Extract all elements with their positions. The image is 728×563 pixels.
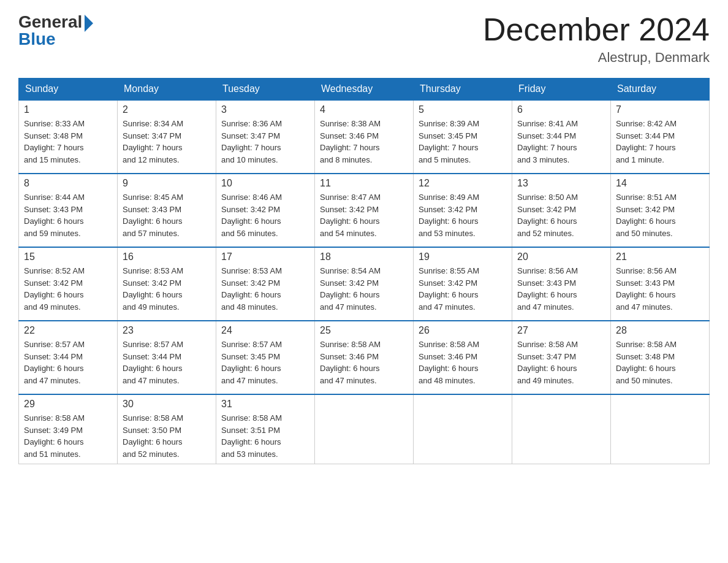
day-number: 29 — [24, 399, 112, 410]
day-cell — [611, 394, 710, 464]
day-info: Sunrise: 8:49 AMSunset: 3:42 PMDaylight:… — [419, 191, 507, 239]
calendar-body: 1Sunrise: 8:33 AMSunset: 3:48 PMDaylight… — [19, 100, 710, 464]
header-cell-monday: Monday — [118, 79, 216, 101]
day-cell: 14Sunrise: 8:51 AMSunset: 3:42 PMDayligh… — [611, 174, 710, 247]
day-cell: 26Sunrise: 8:58 AMSunset: 3:46 PMDayligh… — [414, 321, 512, 394]
month-title: December 2024 — [483, 12, 710, 47]
calendar-table: SundayMondayTuesdayWednesdayThursdayFrid… — [18, 78, 710, 464]
day-cell: 12Sunrise: 8:49 AMSunset: 3:42 PMDayligh… — [414, 174, 512, 247]
header-cell-wednesday: Wednesday — [315, 79, 414, 101]
day-info: Sunrise: 8:58 AMSunset: 3:50 PMDaylight:… — [123, 412, 211, 460]
day-cell: 24Sunrise: 8:57 AMSunset: 3:45 PMDayligh… — [216, 321, 315, 394]
day-number: 21 — [616, 251, 704, 262]
logo: General Blue — [18, 12, 93, 49]
day-number: 18 — [320, 251, 408, 262]
day-number: 27 — [517, 325, 605, 336]
day-cell — [315, 394, 414, 464]
day-info: Sunrise: 8:54 AMSunset: 3:42 PMDaylight:… — [320, 265, 408, 313]
header-cell-thursday: Thursday — [414, 79, 512, 101]
day-info: Sunrise: 8:57 AMSunset: 3:44 PMDaylight:… — [123, 339, 211, 386]
day-info: Sunrise: 8:57 AMSunset: 3:44 PMDaylight:… — [24, 339, 112, 386]
day-cell: 1Sunrise: 8:33 AMSunset: 3:48 PMDaylight… — [19, 100, 118, 174]
day-info: Sunrise: 8:39 AMSunset: 3:45 PMDaylight:… — [419, 118, 507, 166]
day-number: 15 — [24, 251, 112, 262]
week-row-3: 15Sunrise: 8:52 AMSunset: 3:42 PMDayligh… — [19, 247, 710, 321]
logo-blue-text: Blue — [18, 29, 56, 49]
day-cell: 3Sunrise: 8:36 AMSunset: 3:47 PMDaylight… — [216, 100, 315, 174]
day-number: 7 — [616, 104, 704, 115]
day-info: Sunrise: 8:58 AMSunset: 3:47 PMDaylight:… — [517, 339, 605, 386]
day-cell: 19Sunrise: 8:55 AMSunset: 3:42 PMDayligh… — [414, 247, 512, 321]
day-number: 12 — [419, 178, 507, 189]
day-cell: 18Sunrise: 8:54 AMSunset: 3:42 PMDayligh… — [315, 247, 414, 321]
day-number: 17 — [221, 251, 309, 262]
header-cell-saturday: Saturday — [611, 79, 710, 101]
day-number: 13 — [517, 178, 605, 189]
day-cell: 21Sunrise: 8:56 AMSunset: 3:43 PMDayligh… — [611, 247, 710, 321]
day-info: Sunrise: 8:38 AMSunset: 3:46 PMDaylight:… — [320, 118, 408, 166]
header-row: SundayMondayTuesdayWednesdayThursdayFrid… — [19, 79, 710, 101]
header-cell-tuesday: Tuesday — [216, 79, 315, 101]
day-cell: 5Sunrise: 8:39 AMSunset: 3:45 PMDaylight… — [414, 100, 512, 174]
day-info: Sunrise: 8:58 AMSunset: 3:46 PMDaylight:… — [419, 339, 507, 386]
day-number: 23 — [123, 325, 211, 336]
day-info: Sunrise: 8:56 AMSunset: 3:43 PMDaylight:… — [616, 265, 704, 313]
day-info: Sunrise: 8:58 AMSunset: 3:46 PMDaylight:… — [320, 339, 408, 386]
day-cell — [512, 394, 611, 464]
day-cell: 7Sunrise: 8:42 AMSunset: 3:44 PMDaylight… — [611, 100, 710, 174]
day-number: 3 — [221, 104, 309, 115]
day-cell: 27Sunrise: 8:58 AMSunset: 3:47 PMDayligh… — [512, 321, 611, 394]
day-info: Sunrise: 8:34 AMSunset: 3:47 PMDaylight:… — [123, 118, 211, 166]
day-number: 11 — [320, 178, 408, 189]
day-cell: 8Sunrise: 8:44 AMSunset: 3:43 PMDaylight… — [19, 174, 118, 247]
day-number: 22 — [24, 325, 112, 336]
day-cell: 17Sunrise: 8:53 AMSunset: 3:42 PMDayligh… — [216, 247, 315, 321]
day-cell: 31Sunrise: 8:58 AMSunset: 3:51 PMDayligh… — [216, 394, 315, 464]
day-cell: 2Sunrise: 8:34 AMSunset: 3:47 PMDaylight… — [118, 100, 216, 174]
day-number: 16 — [123, 251, 211, 262]
week-row-2: 8Sunrise: 8:44 AMSunset: 3:43 PMDaylight… — [19, 174, 710, 247]
day-cell: 20Sunrise: 8:56 AMSunset: 3:43 PMDayligh… — [512, 247, 611, 321]
day-number: 19 — [419, 251, 507, 262]
title-section: December 2024 Alestrup, Denmark — [483, 12, 710, 66]
day-info: Sunrise: 8:46 AMSunset: 3:42 PMDaylight:… — [221, 191, 309, 239]
day-cell: 10Sunrise: 8:46 AMSunset: 3:42 PMDayligh… — [216, 174, 315, 247]
day-cell: 11Sunrise: 8:47 AMSunset: 3:42 PMDayligh… — [315, 174, 414, 247]
day-cell: 30Sunrise: 8:58 AMSunset: 3:50 PMDayligh… — [118, 394, 216, 464]
header-cell-sunday: Sunday — [19, 79, 118, 101]
day-cell: 29Sunrise: 8:58 AMSunset: 3:49 PMDayligh… — [19, 394, 118, 464]
day-info: Sunrise: 8:41 AMSunset: 3:44 PMDaylight:… — [517, 118, 605, 166]
day-info: Sunrise: 8:58 AMSunset: 3:51 PMDaylight:… — [221, 412, 309, 460]
day-cell: 28Sunrise: 8:58 AMSunset: 3:48 PMDayligh… — [611, 321, 710, 394]
day-info: Sunrise: 8:36 AMSunset: 3:47 PMDaylight:… — [221, 118, 309, 166]
day-number: 4 — [320, 104, 408, 115]
day-number: 25 — [320, 325, 408, 336]
day-info: Sunrise: 8:52 AMSunset: 3:42 PMDaylight:… — [24, 265, 112, 313]
day-number: 8 — [24, 178, 112, 189]
day-number: 30 — [123, 399, 211, 410]
day-cell: 23Sunrise: 8:57 AMSunset: 3:44 PMDayligh… — [118, 321, 216, 394]
day-cell: 9Sunrise: 8:45 AMSunset: 3:43 PMDaylight… — [118, 174, 216, 247]
day-info: Sunrise: 8:42 AMSunset: 3:44 PMDaylight:… — [616, 118, 704, 166]
day-info: Sunrise: 8:55 AMSunset: 3:42 PMDaylight:… — [419, 265, 507, 313]
day-info: Sunrise: 8:53 AMSunset: 3:42 PMDaylight:… — [123, 265, 211, 313]
day-number: 9 — [123, 178, 211, 189]
calendar-header: SundayMondayTuesdayWednesdayThursdayFrid… — [19, 79, 710, 101]
day-number: 5 — [419, 104, 507, 115]
day-cell: 15Sunrise: 8:52 AMSunset: 3:42 PMDayligh… — [19, 247, 118, 321]
day-number: 2 — [123, 104, 211, 115]
day-number: 28 — [616, 325, 704, 336]
week-row-1: 1Sunrise: 8:33 AMSunset: 3:48 PMDaylight… — [19, 100, 710, 174]
day-number: 26 — [419, 325, 507, 336]
day-info: Sunrise: 8:53 AMSunset: 3:42 PMDaylight:… — [221, 265, 309, 313]
day-info: Sunrise: 8:57 AMSunset: 3:45 PMDaylight:… — [221, 339, 309, 386]
page-header: General Blue December 2024 Alestrup, Den… — [18, 12, 710, 66]
day-cell: 6Sunrise: 8:41 AMSunset: 3:44 PMDaylight… — [512, 100, 611, 174]
day-info: Sunrise: 8:58 AMSunset: 3:49 PMDaylight:… — [24, 412, 112, 460]
day-info: Sunrise: 8:50 AMSunset: 3:42 PMDaylight:… — [517, 191, 605, 239]
day-cell: 22Sunrise: 8:57 AMSunset: 3:44 PMDayligh… — [19, 321, 118, 394]
day-number: 31 — [221, 399, 309, 410]
week-row-5: 29Sunrise: 8:58 AMSunset: 3:49 PMDayligh… — [19, 394, 710, 464]
day-info: Sunrise: 8:58 AMSunset: 3:48 PMDaylight:… — [616, 339, 704, 386]
header-cell-friday: Friday — [512, 79, 611, 101]
